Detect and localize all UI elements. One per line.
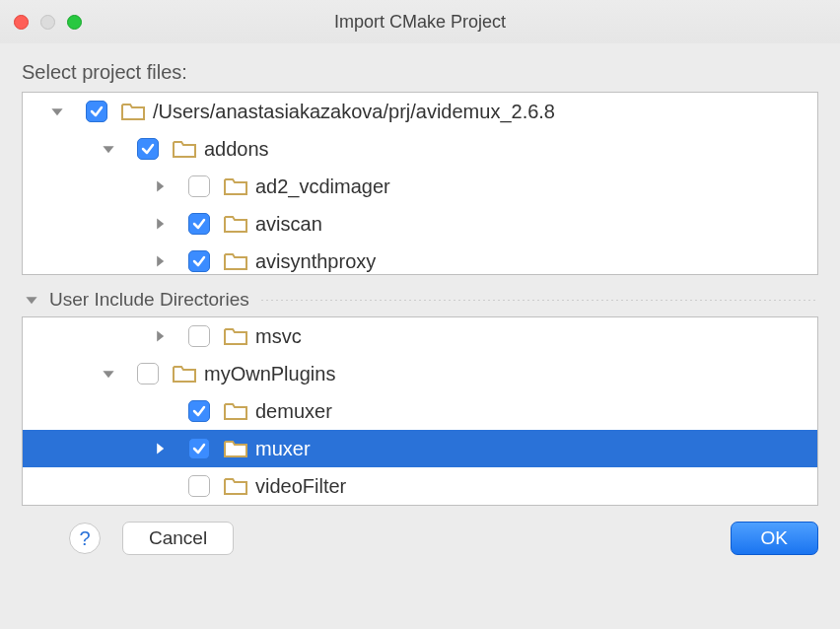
select-project-files-label: Select project files:	[22, 61, 818, 84]
tree-item-label: myOwnPlugins	[204, 363, 335, 385]
checkbox[interactable]	[188, 438, 210, 459]
help-button[interactable]: ?	[69, 523, 101, 554]
tree-item-label: muxer	[255, 438, 311, 460]
folder-icon	[224, 176, 247, 196]
checkbox[interactable]	[188, 175, 210, 197]
cancel-button[interactable]: Cancel	[122, 522, 234, 555]
folder-icon	[224, 476, 247, 496]
window-controls	[14, 15, 82, 30]
folder-icon	[173, 364, 196, 384]
checkbox[interactable]	[137, 363, 159, 384]
disclosure-spacer	[151, 402, 169, 420]
tree-item-label: msvc	[255, 325, 302, 348]
checkbox[interactable]	[137, 138, 159, 160]
chevron-right-icon[interactable]	[151, 252, 169, 270]
dialog-footer: ? Cancel OK	[22, 522, 818, 555]
checkbox[interactable]	[188, 250, 210, 272]
tree-row[interactable]: /Users/anastasiakazakova/prj/avidemux_2.…	[23, 93, 817, 130]
tree-row[interactable]: aviscan	[23, 205, 817, 243]
tree-item-label: videoFilter	[255, 475, 346, 498]
section-disclosure-icon[interactable]	[22, 290, 41, 310]
chevron-right-icon[interactable]	[151, 327, 169, 345]
titlebar: Import CMake Project	[0, 0, 840, 43]
folder-icon	[224, 214, 247, 234]
tree-row[interactable]: demuxer	[23, 392, 817, 430]
user-include-title: User Include Directories	[49, 289, 249, 311]
minimize-dot	[40, 15, 55, 30]
checkbox[interactable]	[188, 325, 210, 347]
tree-item-label: /Users/anastasiakazakova/prj/avidemux_2.…	[153, 101, 555, 123]
chevron-down-icon[interactable]	[48, 103, 66, 120]
tree-item-label: addons	[204, 138, 269, 161]
include-dirs-tree[interactable]: msvc myOwnPlugins demuxer muxer videoFil…	[22, 316, 818, 506]
tree-row[interactable]: msvc	[23, 317, 817, 355]
tree-row[interactable]: videoFilter	[23, 467, 817, 505]
tree-item-label: avisynthproxy	[255, 250, 376, 273]
chevron-down-icon[interactable]	[100, 365, 117, 383]
chevron-right-icon[interactable]	[151, 215, 169, 233]
chevron-down-icon[interactable]	[100, 140, 117, 158]
checkbox[interactable]	[188, 475, 210, 497]
folder-icon	[224, 326, 247, 346]
user-include-section-header[interactable]: User Include Directories	[22, 289, 818, 311]
window-title: Import CMake Project	[0, 12, 840, 33]
chevron-right-icon[interactable]	[151, 440, 169, 457]
close-dot[interactable]	[14, 15, 29, 30]
tree-item-label: ad2_vcdimager	[255, 175, 390, 198]
disclosure-spacer	[151, 477, 169, 495]
checkbox[interactable]	[86, 101, 107, 122]
tree-row[interactable]: myOwnPlugins	[23, 355, 817, 392]
tree-row[interactable]: ad2_vcdimager	[23, 168, 817, 205]
section-divider	[261, 300, 818, 301]
folder-icon	[224, 401, 247, 421]
ok-button[interactable]: OK	[731, 522, 818, 555]
tree-row[interactable]: addons	[23, 130, 817, 168]
folder-icon	[224, 439, 247, 458]
folder-icon	[173, 139, 196, 159]
folder-icon	[224, 251, 247, 271]
chevron-right-icon[interactable]	[151, 177, 169, 195]
tree-row[interactable]: muxer	[23, 430, 817, 467]
checkbox[interactable]	[188, 213, 210, 235]
tree-item-label: demuxer	[255, 400, 332, 423]
project-files-tree[interactable]: /Users/anastasiakazakova/prj/avidemux_2.…	[22, 92, 818, 275]
checkbox[interactable]	[188, 400, 210, 422]
tree-item-label: aviscan	[255, 213, 322, 236]
tree-row[interactable]: avisynthproxy	[23, 243, 817, 275]
folder-icon	[121, 102, 145, 121]
zoom-dot[interactable]	[67, 15, 82, 30]
